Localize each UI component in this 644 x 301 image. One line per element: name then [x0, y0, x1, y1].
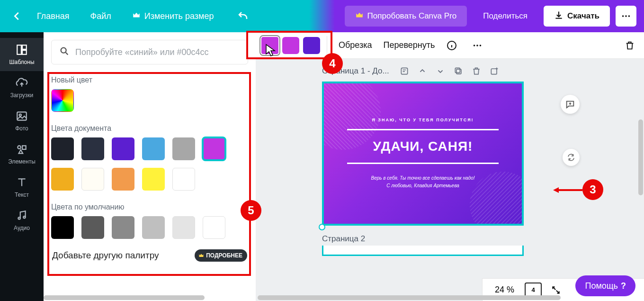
home-menu[interactable]: Главная [27, 11, 80, 21]
svg-point-10 [18, 217, 20, 219]
doc-color-swatch[interactable] [142, 137, 165, 160]
canvas-horizontal-scrollbar[interactable] [258, 295, 561, 300]
nav-text[interactable]: Текст [0, 171, 44, 204]
panel-horizontal-scrollbar[interactable] [44, 295, 205, 300]
add-palette-label: Добавьте другую палитру [52, 250, 159, 261]
svg-rect-18 [456, 69, 461, 74]
back-button[interactable] [8, 7, 27, 26]
card-sub2: С любовью, Клавдия Артемьева [371, 182, 475, 190]
resize-handle[interactable] [319, 224, 325, 230]
more-pill-label: ПОДРОБНЕЕ [206, 252, 242, 259]
notes-icon[interactable] [398, 64, 411, 78]
svg-point-12 [61, 48, 66, 53]
doc-color-swatch[interactable] [112, 137, 134, 160]
side-nav: Шаблоны Загрузки Фото Элементы Текст Ауд… [0, 32, 44, 301]
share-button[interactable]: Поделиться [473, 6, 538, 27]
svg-point-14 [474, 45, 475, 46]
page2-title: Страница 2 [322, 234, 559, 244]
nav-elements-label: Элементы [8, 158, 36, 165]
default-colors-label: Цвета по умолчанию [51, 203, 248, 211]
color-search[interactable] [51, 40, 248, 64]
nav-elements[interactable]: Элементы [0, 137, 44, 171]
nav-photos-label: Фото [15, 125, 28, 132]
svg-point-0 [622, 15, 624, 17]
more-menu-button[interactable] [616, 6, 636, 27]
doc-color-swatch[interactable] [142, 168, 165, 191]
card-sub1: Верь в себя. Ты точно все сделаешь как н… [371, 174, 475, 182]
color-picker-swatch[interactable] [51, 89, 74, 112]
help-label: Помощь [585, 281, 618, 291]
page-canvas[interactable]: Я ЗНАЮ, ЧТО У ТЕБЯ ПОЛУЧИТСЯ! УДАЧИ, САН… [322, 82, 524, 226]
new-color-label: Новый цвет [51, 76, 248, 84]
nav-photos[interactable]: Фото [0, 104, 44, 137]
doc-color-swatch[interactable] [172, 137, 195, 160]
more-options-button[interactable] [469, 37, 486, 54]
card-top-line: Я ЗНАЮ, ЧТО У ТЕБЯ ПОЛУЧИТСЯ! [372, 118, 474, 122]
crop-button[interactable]: Обрезка [339, 40, 372, 50]
default-color-swatch[interactable] [172, 216, 195, 239]
doc-color-swatch[interactable] [112, 168, 134, 191]
try-pro-button[interactable]: Попробовать Canva Pro [345, 6, 467, 27]
nav-uploads[interactable]: Загрузки [0, 71, 44, 104]
page-up-icon[interactable] [416, 64, 429, 78]
color-slot[interactable] [261, 37, 278, 54]
doc-color-swatch[interactable] [203, 137, 225, 160]
default-color-swatch[interactable] [142, 216, 165, 239]
nav-templates[interactable]: Шаблоны [0, 38, 44, 71]
top-bar: Главная Файл Изменить размер Попробовать… [0, 0, 644, 32]
default-color-swatch[interactable] [51, 216, 74, 239]
resize-menu[interactable]: Изменить размер [122, 11, 224, 22]
color-slot[interactable] [282, 37, 299, 54]
nav-templates-label: Шаблоны [9, 59, 34, 65]
delete-button[interactable] [621, 37, 638, 54]
vertical-scrollbar[interactable] [638, 119, 643, 195]
doc-color-swatch[interactable] [51, 168, 74, 191]
doc-color-swatch[interactable] [51, 137, 74, 160]
page-title: Страница 1 - До... [322, 66, 393, 76]
crown-icon [355, 11, 364, 22]
file-menu[interactable]: Файл [80, 11, 122, 21]
svg-point-1 [625, 15, 627, 17]
sync-button[interactable] [563, 149, 580, 166]
color-slot[interactable] [303, 37, 320, 54]
svg-rect-3 [17, 45, 21, 55]
doc-colors-label: Цвета документа [51, 124, 248, 133]
svg-point-11 [23, 216, 25, 218]
card-headline: УДАЧИ, САНЯ! [373, 139, 473, 154]
more-pill-button[interactable]: ПОДРОБНЕЕ [195, 249, 247, 262]
search-icon [59, 46, 70, 58]
default-color-swatch[interactable] [112, 216, 134, 239]
page2-canvas-strip[interactable] [322, 246, 524, 256]
delete-page-icon[interactable] [470, 64, 483, 78]
zoom-level[interactable]: 24 % [488, 285, 521, 295]
svg-rect-20 [491, 69, 497, 74]
color-panel: Новый цвет Цвета документа Цвета по умол… [44, 32, 256, 301]
add-page-icon[interactable] [488, 64, 501, 78]
download-button[interactable]: Скачать [544, 6, 610, 27]
doc-color-swatch[interactable] [81, 168, 104, 191]
help-button[interactable]: Помощь ? [575, 275, 635, 296]
color-slots [261, 36, 327, 55]
svg-point-15 [477, 45, 479, 46]
doc-color-swatch[interactable] [81, 137, 104, 160]
default-color-swatch[interactable] [81, 216, 104, 239]
nav-audio[interactable]: Аудио [0, 204, 44, 237]
svg-point-7 [19, 114, 21, 116]
nav-text-label: Текст [15, 192, 29, 198]
download-icon [554, 10, 564, 22]
svg-point-8 [18, 146, 21, 149]
default-color-swatch[interactable] [203, 216, 225, 239]
duplicate-page-icon[interactable] [452, 64, 465, 78]
svg-rect-19 [455, 68, 460, 73]
svg-rect-5 [22, 50, 27, 55]
doc-color-swatch[interactable] [172, 168, 195, 191]
svg-point-16 [480, 45, 482, 46]
info-button[interactable] [443, 37, 460, 54]
crown-icon [132, 11, 141, 22]
add-comment-button[interactable] [561, 95, 580, 114]
undo-button[interactable] [233, 7, 252, 26]
color-search-input[interactable] [75, 47, 240, 57]
flip-button[interactable]: Перевернуть [383, 40, 435, 50]
resize-label: Изменить размер [144, 11, 214, 21]
page-down-icon[interactable] [434, 64, 447, 78]
